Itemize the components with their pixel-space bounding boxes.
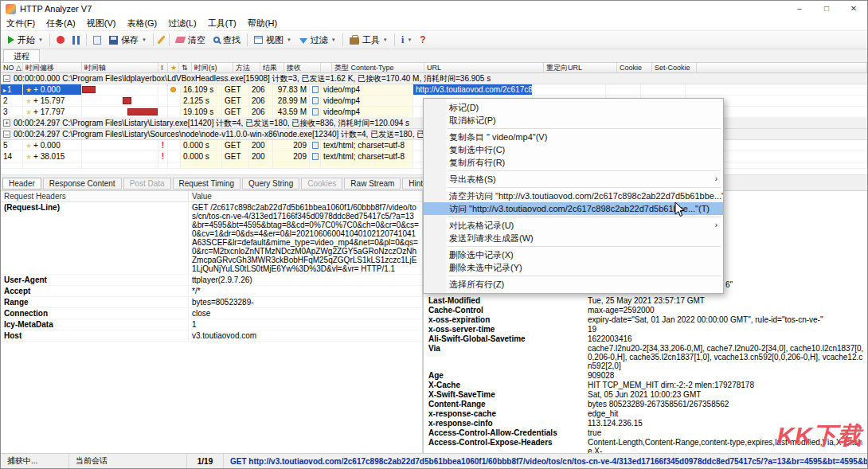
- toolbar-pause-button[interactable]: [68, 32, 84, 48]
- response-header-row[interactable]: x-oss-server-time19: [424, 325, 867, 334]
- menu-item-table[interactable]: 表格(G): [121, 17, 162, 30]
- grid-column-offset[interactable]: 时间偏移: [23, 63, 82, 72]
- toolbar-filter-button[interactable]: 过滤▼: [295, 32, 340, 48]
- context-menu-item-copy-selected[interactable]: 复制选中行(C): [424, 143, 723, 156]
- tab-query-string[interactable]: Query String: [242, 178, 299, 190]
- response-header-row[interactable]: Content-Rangebytes 80523289-267358561/26…: [424, 400, 867, 409]
- context-menu-item-copy-all[interactable]: 复制所有行(R): [424, 156, 723, 169]
- grid-column-ctype[interactable]: 类型 Content-Type: [332, 63, 424, 72]
- request-header-row[interactable]: Accept*/*: [1, 286, 422, 297]
- toolbar-find-button[interactable]: 查找: [209, 32, 244, 48]
- response-header-row[interactable]: Viacache7.l2nu20-2[34,33,206-0,M], cache…: [424, 344, 867, 371]
- tab-post-data[interactable]: Post Data: [123, 178, 171, 190]
- value-column[interactable]: Value: [189, 191, 422, 201]
- toolbar-save-button[interactable]: 保存▼: [105, 32, 151, 48]
- request-header-row[interactable]: User-Agentttplayer(2.9.7.26): [1, 275, 422, 286]
- app-icon[interactable]: [6, 4, 16, 14]
- group-row[interactable]: –00:00:00.000 C:\Program Files\ldplayerb…: [1, 73, 867, 84]
- context-menu-item-export-table[interactable]: 导出表格(S)›: [424, 173, 723, 186]
- play-icon: [8, 36, 14, 44]
- header-name: (Request-Line): [1, 202, 189, 274]
- grid-column-excl[interactable]: !: [158, 63, 168, 72]
- toolbar-record-button[interactable]: [53, 32, 68, 48]
- response-header-row[interactable]: X-CacheHIT TCP_MEM_HIT dirn:-2:-2 mlen:1…: [424, 381, 867, 390]
- grid-column-timeline[interactable]: 时间轴: [82, 63, 158, 72]
- toolbar-clear-button[interactable]: 清空: [172, 32, 209, 48]
- grid-column-redirect[interactable]: 重定向URL: [544, 63, 617, 72]
- tab-header[interactable]: Header: [2, 178, 41, 190]
- context-menu-item-delete-selected[interactable]: 删除选中记录(X): [424, 248, 723, 261]
- process-tab[interactable]: 进程: [3, 49, 40, 62]
- menu-item-task[interactable]: 任务(A): [41, 17, 81, 30]
- request-row[interactable]: ▸1★+ 0.00016.109 sGET20697.83 Mvideo/mp4…: [1, 84, 867, 96]
- toolbar-start-button[interactable]: 开始▼: [4, 32, 47, 48]
- context-menu-item-unmark[interactable]: 取消标记(P): [424, 114, 723, 127]
- response-header-row[interactable]: Age909028: [424, 371, 867, 381]
- grid-column-filler[interactable]: [697, 63, 867, 72]
- grid-column-time[interactable]: 时间(s): [192, 63, 233, 72]
- request-header-row[interactable]: Hostv3.toutiaovod.com: [1, 330, 422, 342]
- grid-column-received[interactable]: 接收: [284, 63, 321, 72]
- offset-value: + 0.000: [33, 141, 61, 150]
- header-name: Access-Control-Allow-Credentials: [424, 428, 588, 437]
- grid-column-no[interactable]: NO △: [1, 63, 23, 72]
- cell-ctype: video/mp4: [321, 96, 413, 106]
- request-header-row[interactable]: Rangebytes=80523289-: [1, 297, 422, 308]
- grid-column-setcookie[interactable]: Set-Cookie: [652, 63, 697, 72]
- menu-item-filter[interactable]: 过滤(L): [162, 17, 201, 30]
- menu-item-file[interactable]: 文件(F): [1, 17, 41, 30]
- menu-item-view[interactable]: 视图(V): [81, 17, 122, 30]
- context-menu-item-send-to-request-builder[interactable]: 发送到请求生成器(W): [424, 232, 723, 244]
- context-menu-item-clear-and-visit[interactable]: 清空并访问 "http://v3.toutiaovod.com/2c617c89…: [424, 190, 723, 202]
- context-menu-item-compare-records[interactable]: 对比表格记录(U)›: [424, 219, 723, 232]
- collapse-icon[interactable]: –: [3, 131, 10, 138]
- response-header-row[interactable]: X-Swift-SaveTimeSat, 05 Jun 2021 10:00:2…: [424, 390, 867, 400]
- request-header-row[interactable]: Icy-MetaData1: [1, 319, 422, 330]
- status-capturing: 捕获中...: [1, 454, 69, 468]
- toolbar-edit-button[interactable]: [156, 32, 166, 48]
- toolbar-tools-button[interactable]: 工具▼: [346, 32, 392, 48]
- grid-column-star[interactable]: ★: [168, 63, 179, 72]
- close-button[interactable]: ✕: [840, 1, 867, 17]
- minimize-button[interactable]: –: [786, 1, 813, 17]
- expand-icon[interactable]: +: [3, 119, 10, 127]
- toolbar-info-button[interactable]: i▼: [397, 32, 416, 48]
- maximize-button[interactable]: □: [813, 1, 840, 17]
- response-header-row[interactable]: Cache-Controlmax-age=2592000: [424, 306, 867, 315]
- cell-time: 0.000 s: [181, 151, 222, 162]
- toolbar-help-button[interactable]: ?: [416, 32, 429, 48]
- star-icon: ★: [25, 86, 32, 94]
- menu-item-tools[interactable]: 工具(T): [202, 17, 242, 30]
- grid-column-cookie[interactable]: Cookie: [617, 63, 652, 72]
- star-icon: ★: [25, 153, 32, 161]
- grid-column-method[interactable]: 方法: [233, 63, 260, 72]
- cell-excl: !: [158, 140, 168, 150]
- tab-request-timing[interactable]: Request Timing: [173, 178, 240, 190]
- context-menu-item-copy-entry[interactable]: 复制条目 " video/mp4"(V): [424, 131, 723, 143]
- cell-ctype: video/mp4: [321, 84, 413, 95]
- tab-cookies[interactable]: Cookies: [301, 178, 342, 190]
- response-header-row[interactable]: x-oss-expirationexpiry-date="Sat, 01 Jan…: [424, 315, 867, 325]
- marker-dot-icon: [170, 87, 176, 92]
- collapse-icon[interactable]: –: [3, 75, 10, 82]
- context-menu-item-delete-unselected[interactable]: 删除未选中记录(Y): [424, 261, 723, 274]
- toolbar-copy-button[interactable]: [89, 32, 105, 48]
- request-headers-column[interactable]: Request Headers: [1, 191, 189, 201]
- grid-column-ticon[interactable]: [321, 63, 332, 72]
- context-menu-item-select-all-rows[interactable]: 选择所有行(Z): [424, 278, 723, 291]
- response-header-row[interactable]: Ali-Swift-Global-Savetime1622003416: [424, 334, 867, 344]
- response-header-row[interactable]: Last-ModifiedTue, 25 May 2021 23:57:17 G…: [424, 296, 867, 306]
- menu-item-help[interactable]: 帮助(H): [242, 17, 283, 30]
- context-menu-item-mark[interactable]: 标记(D): [424, 101, 723, 114]
- grid-column-flag[interactable]: ⇅: [179, 63, 192, 72]
- request-header-row[interactable]: (Request-Line)GET /2c617c898c2ab22d7d5b6…: [1, 202, 422, 275]
- tab-response-content[interactable]: Response Content: [43, 178, 122, 190]
- cell-ctype: text/html; charset=utf-8: [321, 151, 413, 162]
- grid-column-url[interactable]: URL: [424, 63, 544, 72]
- header-value: 909028: [588, 371, 867, 380]
- toolbar-view-button[interactable]: 视图▼: [250, 32, 295, 48]
- tab-raw-stream[interactable]: Raw Stream: [344, 178, 401, 190]
- request-header-row[interactable]: Connectionclose: [1, 308, 422, 319]
- grid-column-result[interactable]: 结果: [260, 63, 284, 72]
- response-header-row[interactable]: x-response-cacheedge_hit: [424, 409, 867, 419]
